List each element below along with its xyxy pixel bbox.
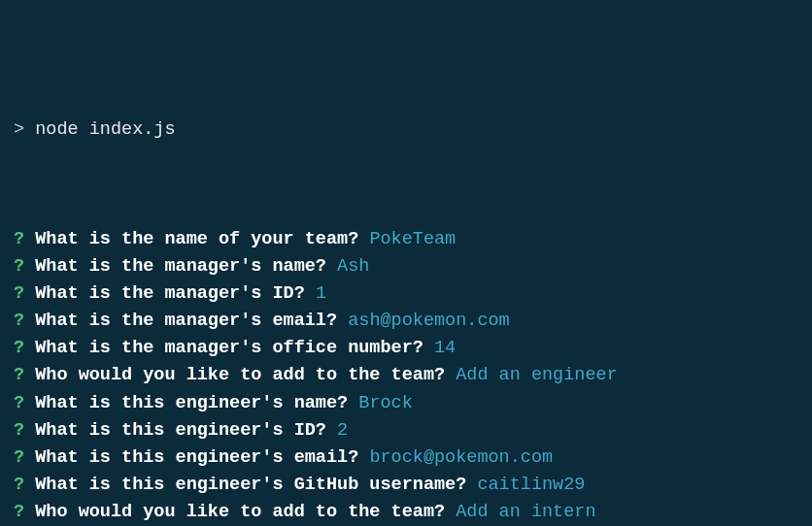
qa-line: ? Who would you like to add to the team?… — [14, 362, 798, 389]
qa-line: ? Who would you like to add to the team?… — [14, 499, 798, 526]
question-text: Who would you like to add to the team? — [35, 502, 445, 522]
question-mark-icon: ? — [14, 393, 24, 413]
question-mark-icon: ? — [14, 447, 24, 468]
command-text: node index.js — [35, 119, 175, 140]
answer-text: caitlinw29 — [477, 475, 585, 495]
question-mark-icon: ? — [14, 420, 24, 441]
question-text: What is the manager's name? — [35, 256, 326, 277]
question-mark-icon: ? — [14, 475, 24, 495]
answer-text: Add an intern — [456, 502, 595, 522]
question-mark-icon: ? — [14, 365, 24, 385]
question-mark-icon: ? — [14, 283, 24, 304]
qa-line: ? What is the manager's email? ash@pokem… — [14, 308, 798, 335]
qa-container: ? What is the name of your team? PokeTea… — [14, 226, 798, 526]
answer-text: PokeTeam — [369, 229, 456, 249]
question-text: Who would you like to add to the team? — [35, 365, 445, 385]
qa-line: ? What is the manager's name? Ash — [14, 253, 798, 280]
answer-text: brock@pokemon.com — [369, 447, 553, 468]
qa-line: ? What is the name of your team? PokeTea… — [14, 226, 798, 253]
question-text: What is this engineer's name? — [35, 393, 348, 413]
question-text: What is the manager's office number? — [35, 338, 423, 358]
question-text: What is the name of your team? — [35, 229, 358, 249]
answer-text: 1 — [316, 283, 326, 304]
answer-text: Brock — [358, 393, 413, 413]
command-line: > node index.js — [14, 116, 798, 144]
question-text: What is the manager's email? — [35, 311, 337, 331]
answer-text: 2 — [337, 420, 348, 441]
question-mark-icon: ? — [14, 256, 24, 277]
question-text: What is this engineer's ID? — [35, 420, 326, 441]
question-text: What is this engineer's GitHub username? — [35, 475, 466, 495]
answer-text: Add an engineer — [456, 365, 618, 385]
question-text: What is this engineer's email? — [35, 447, 358, 468]
answer-text: 14 — [434, 338, 456, 358]
question-mark-icon: ? — [14, 311, 24, 331]
qa-line: ? What is this engineer's name? Brock — [14, 390, 798, 417]
question-mark-icon: ? — [14, 502, 24, 522]
question-text: What is the manager's ID? — [35, 283, 305, 304]
qa-line: ? What is the manager's ID? 1 — [14, 280, 798, 308]
answer-text: Ash — [337, 256, 369, 277]
blank-line — [14, 172, 798, 199]
answer-text: ash@pokemon.com — [348, 311, 510, 331]
qa-line: ? What is the manager's office number? 1… — [14, 335, 798, 362]
question-mark-icon: ? — [14, 338, 24, 358]
question-mark-icon: ? — [14, 229, 24, 249]
qa-line: ? What is this engineer's ID? 2 — [14, 417, 798, 444]
qa-line: ? What is this engineer's GitHub usernam… — [14, 472, 798, 499]
qa-line: ? What is this engineer's email? brock@p… — [14, 444, 798, 472]
prompt-symbol: > — [14, 119, 24, 140]
